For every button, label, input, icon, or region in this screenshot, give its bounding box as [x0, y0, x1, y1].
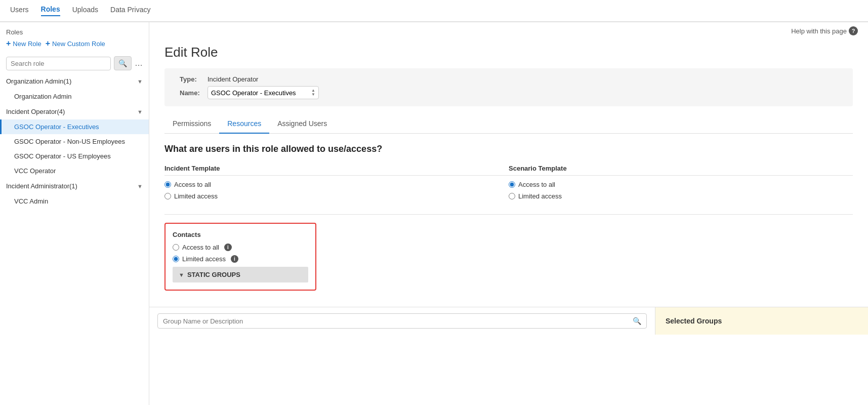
- role-name-row: Name: ▲ ▼: [180, 86, 838, 99]
- main-content: Help with this page ? Edit Role Type: In…: [149, 22, 868, 405]
- chevron-down-icon-2: ▼: [137, 109, 143, 115]
- help-icon[interactable]: ?: [849, 26, 858, 35]
- selected-groups-label: Selected Groups: [666, 317, 722, 325]
- section-title: What are users in this role allowed to u…: [164, 144, 853, 154]
- incident-access-all-label: Access to all: [174, 181, 211, 188]
- sidebar-item-gsoc-us[interactable]: GSOC Operator - US Employees: [0, 149, 149, 164]
- contacts-limited-option[interactable]: Limited access i: [173, 255, 308, 263]
- static-groups-chevron-icon: ▼: [179, 272, 184, 278]
- contacts-section: Contacts Access to all i Limited access …: [164, 223, 316, 291]
- scenario-template-title: Scenario Template: [509, 165, 853, 176]
- new-custom-role-button[interactable]: + New Custom Role: [46, 39, 105, 48]
- static-groups-label: STATIC GROUPS: [187, 271, 240, 278]
- search-button[interactable]: 🔍: [114, 56, 132, 70]
- role-name-input-wrapper: ▲ ▼: [208, 86, 319, 99]
- scenario-access-all-option[interactable]: Access to all: [509, 181, 853, 188]
- incident-template-section: Incident Template Access to all Limited …: [164, 165, 509, 212]
- role-info: Type: Incident Operator Name: ▲ ▼: [164, 68, 853, 106]
- nav-data-privacy[interactable]: Data Privacy: [110, 6, 150, 16]
- breadcrumb: Roles: [0, 28, 149, 39]
- resources-content: What are users in this role allowed to u…: [149, 134, 868, 307]
- contacts-limited-info-icon[interactable]: i: [231, 255, 238, 263]
- sidebar-group-incident-admin[interactable]: Incident Administrator(1) ▼: [0, 178, 149, 194]
- spinner-buttons: ▲ ▼: [311, 89, 315, 97]
- sidebar-group-org-admin[interactable]: Organization Admin(1) ▼: [0, 73, 149, 89]
- tab-bar: Permissions Resources Assigned Users: [164, 114, 853, 134]
- sidebar-item-vcc-operator[interactable]: VCC Operator: [0, 164, 149, 178]
- group-search-area: 🔍: [149, 307, 655, 335]
- more-options-button[interactable]: …: [135, 59, 143, 68]
- contacts-access-all-label: Access to all: [182, 244, 219, 251]
- nav-users[interactable]: Users: [10, 6, 29, 16]
- incident-limited-label: Limited access: [174, 192, 218, 200]
- incident-limited-radio[interactable]: [164, 193, 171, 199]
- incident-template-title: Incident Template: [164, 165, 509, 176]
- access-grid: Incident Template Access to all Limited …: [164, 165, 853, 212]
- nav-uploads[interactable]: Uploads: [72, 6, 98, 16]
- help-label: Help with this page: [791, 27, 847, 35]
- selected-groups-area: Selected Groups: [655, 307, 868, 335]
- sidebar-group-incident-admin-label: Incident Administrator(1): [6, 182, 77, 190]
- tab-permissions[interactable]: Permissions: [164, 114, 219, 134]
- sidebar-group-incident-operator-label: Incident Operator(4): [6, 108, 65, 115]
- tab-assigned-users[interactable]: Assigned Users: [269, 114, 335, 134]
- sidebar-item-org-admin[interactable]: Organization Admin: [0, 89, 149, 104]
- group-search-icon: 🔍: [633, 317, 641, 325]
- role-name-label: Name:: [180, 89, 208, 97]
- tab-resources[interactable]: Resources: [219, 114, 269, 134]
- sidebar-item-gsoc-executives[interactable]: GSOC Operator - Executives: [0, 119, 149, 134]
- scenario-limited-radio[interactable]: [509, 193, 515, 199]
- scenario-limited-label: Limited access: [518, 192, 562, 200]
- layout: Roles + New Role + New Custom Role 🔍 … O…: [0, 22, 868, 405]
- sidebar-actions: + New Role + New Custom Role: [0, 39, 149, 53]
- sidebar: Roles + New Role + New Custom Role 🔍 … O…: [0, 22, 149, 405]
- scenario-template-section: Scenario Template Access to all Limited …: [509, 165, 853, 212]
- role-type-label: Type:: [180, 75, 208, 83]
- contacts-limited-label: Limited access: [182, 255, 226, 263]
- contacts-access-all-radio[interactable]: [173, 244, 179, 251]
- spin-down-icon[interactable]: ▼: [311, 93, 315, 97]
- sidebar-group-org-admin-label: Organization Admin(1): [6, 77, 71, 85]
- bottom-bar: 🔍 Selected Groups: [149, 307, 868, 335]
- group-search-input-wrap: 🔍: [157, 313, 647, 329]
- plus-icon: +: [6, 39, 11, 48]
- sidebar-item-vcc-admin[interactable]: VCC Admin: [0, 194, 149, 209]
- scenario-access-all-label: Access to all: [518, 181, 555, 188]
- contacts-title: Contacts: [173, 231, 308, 238]
- divider: [164, 214, 853, 215]
- contacts-access-all-option[interactable]: Access to all i: [173, 244, 308, 251]
- sidebar-item-gsoc-non-us[interactable]: GSOC Operator - Non-US Employees: [0, 134, 149, 149]
- chevron-down-icon: ▼: [137, 78, 143, 85]
- role-type-value: Incident Operator: [208, 75, 258, 83]
- new-custom-role-label: New Custom Role: [52, 40, 105, 48]
- incident-limited-option[interactable]: Limited access: [164, 192, 509, 200]
- search-row: 🔍 …: [0, 53, 149, 73]
- search-input[interactable]: [6, 57, 111, 70]
- nav-roles[interactable]: Roles: [41, 5, 60, 16]
- help-bar: Help with this page ?: [149, 22, 868, 39]
- page-title: Edit Role: [149, 39, 868, 68]
- incident-access-all-option[interactable]: Access to all: [164, 181, 509, 188]
- contacts-limited-radio[interactable]: [173, 256, 179, 262]
- new-role-button[interactable]: + New Role: [6, 39, 42, 48]
- role-type-row: Type: Incident Operator: [180, 75, 838, 83]
- scenario-access-all-radio[interactable]: [509, 181, 515, 188]
- scenario-limited-option[interactable]: Limited access: [509, 192, 853, 200]
- role-name-field[interactable]: [211, 89, 309, 97]
- new-role-label: New Role: [13, 40, 41, 48]
- group-name-search-input[interactable]: [163, 317, 633, 325]
- top-nav: Users Roles Uploads Data Privacy: [0, 0, 868, 22]
- plus-icon-2: +: [46, 39, 50, 48]
- chevron-down-icon-3: ▼: [137, 183, 143, 189]
- static-groups-bar[interactable]: ▼ STATIC GROUPS: [173, 267, 308, 282]
- incident-access-all-radio[interactable]: [164, 181, 171, 188]
- sidebar-group-incident-operator[interactable]: Incident Operator(4) ▼: [0, 104, 149, 119]
- contacts-access-all-info-icon[interactable]: i: [224, 244, 232, 251]
